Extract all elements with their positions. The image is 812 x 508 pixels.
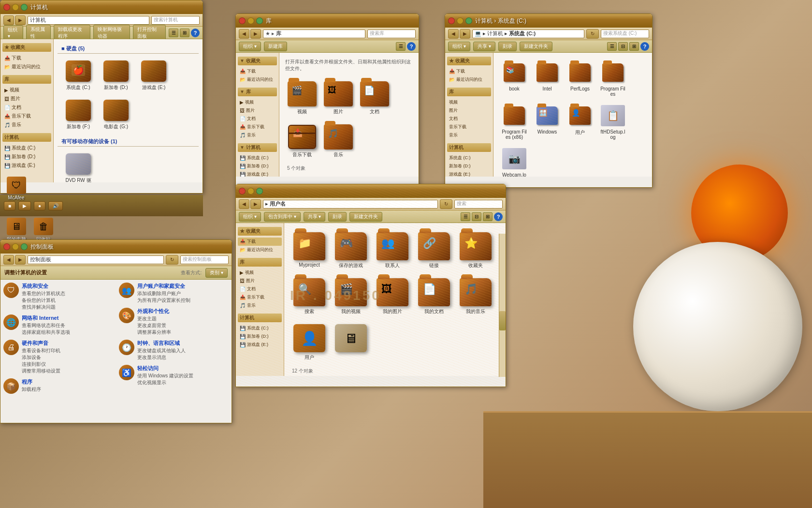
sysc-sidebar-pics[interactable]: 图片	[447, 106, 491, 115]
drive-h[interactable]: DVD RW 驱动器 (H:)	[61, 150, 95, 182]
folder-progfiles[interactable]: Program Files	[598, 59, 628, 99]
sysc-sidebar-docs[interactable]: 文档	[447, 115, 491, 123]
sidebar-item-downloads2[interactable]: 📥音乐下载	[2, 112, 51, 120]
library-address[interactable]: ★ ▸ 库	[263, 30, 365, 38]
view-toggle[interactable]: ☰	[169, 29, 178, 37]
library-search[interactable]: 搜索库	[367, 30, 416, 38]
control-forward[interactable]: ▶	[15, 255, 26, 265]
control-search[interactable]: 搜索控制面板	[180, 255, 229, 264]
taskbar-play[interactable]: ▶	[18, 201, 31, 210]
control-view-dropdown[interactable]: 类别 ▾	[205, 268, 228, 278]
close-button[interactable]	[3, 4, 10, 11]
lib-video-icon[interactable]: 🎬 视频	[286, 79, 318, 117]
help-button[interactable]: ?	[191, 29, 200, 37]
systemc-max[interactable]	[465, 17, 472, 24]
sidebar-item-game[interactable]: 💾游戏盘 (E:)	[2, 161, 51, 170]
drive-d[interactable]: 新加卷 (D:)	[99, 58, 133, 93]
systemc-forward[interactable]: ▶	[460, 29, 470, 39]
search-field[interactable]: 搜索计算机	[151, 16, 200, 25]
lib-sidebar-docs[interactable]: 📄文档	[238, 115, 277, 123]
maximize-button[interactable]	[21, 4, 28, 11]
lib-sidebar-music[interactable]: 🎵音乐	[238, 131, 277, 139]
library-max-btn[interactable]	[256, 17, 263, 24]
systemc-close[interactable]	[448, 17, 455, 24]
sysc-sidebar-c[interactable]: 系统盘 (C:)	[447, 154, 491, 162]
folder-users[interactable]: 👤 用户	[565, 102, 595, 142]
sysc-sidebar-musicdl[interactable]: 音乐下载	[447, 123, 491, 131]
library-min-btn[interactable]	[247, 17, 254, 24]
lib-sidebar-video[interactable]: ▶视频	[238, 98, 277, 106]
library-new-btn[interactable]: 新建库	[264, 42, 287, 51]
sysc-sidebar-music[interactable]: 音乐	[447, 131, 491, 139]
library-organize-btn[interactable]: 组织 ▾	[239, 42, 261, 51]
sysc-sidebar-recent[interactable]: 📂最近访问的位	[447, 75, 491, 84]
systemc-organize[interactable]: 组织 ▾	[448, 42, 470, 51]
drive-c[interactable]: 🍎 系统盘 (C:)	[61, 58, 95, 93]
library-forward[interactable]: ▶	[250, 29, 261, 39]
desktop-icon-mcafee[interactable]: 🛡 McAfee	[3, 177, 29, 200]
lib-sidebar-recent[interactable]: 📂最近访问的位	[238, 75, 277, 84]
systemc-share[interactable]: 共享 ▾	[473, 42, 495, 51]
taskbar-sound[interactable]: 🔊	[48, 201, 63, 210]
sidebar-item-sysc[interactable]: 💾系统盘 (C:)	[2, 144, 51, 152]
systemc-view3[interactable]: ⊞	[629, 42, 639, 51]
taskbar-record[interactable]: ●	[34, 201, 45, 210]
systemc-search[interactable]: 搜索系统盘 (C:)	[601, 30, 649, 38]
view-toggle2[interactable]: ⊞	[180, 29, 189, 37]
lib-sidebar-e[interactable]: 💾游戏盘 (E:)	[238, 170, 277, 177]
lib-sidebar-download[interactable]: 📥下载	[238, 67, 277, 75]
lib-sidebar-d[interactable]: 💾新加卷 (D:)	[238, 162, 277, 170]
folder-windows[interactable]: 🪟 Windows	[532, 102, 562, 142]
minimize-button[interactable]	[12, 4, 19, 11]
taskbar-square[interactable]: ■	[4, 201, 15, 210]
control-address[interactable]: 控制面板	[28, 255, 164, 264]
sidebar-item-newd[interactable]: 💾新加卷 (D:)	[2, 152, 51, 161]
systemc-view2[interactable]: ⊟	[618, 42, 628, 51]
systemc-min[interactable]	[457, 17, 464, 24]
lib-download-icon[interactable]: 📥 音乐下载	[286, 122, 318, 160]
systemc-refresh[interactable]: ↻	[586, 29, 599, 39]
uninstall-btn[interactable]: 卸载或更改程序	[54, 25, 90, 41]
library-back[interactable]: ◀	[239, 29, 249, 39]
folder-intel[interactable]: Intel	[532, 59, 562, 99]
library-help-btn[interactable]: ?	[407, 42, 416, 51]
lib-pic-icon[interactable]: 🖼 图片	[322, 79, 354, 117]
lib-doc-icon[interactable]: 📄 文档	[359, 79, 390, 117]
systemc-back[interactable]: ◀	[448, 29, 459, 39]
systemc-address[interactable]: 💻 ▸ 计算机 ▸ 系统盘 (C:)	[472, 30, 584, 38]
control-refresh[interactable]: ↻	[166, 255, 178, 265]
address-bar[interactable]: 计算机	[28, 16, 149, 25]
sidebar-item-download[interactable]: 📥下载	[2, 54, 51, 62]
system-properties-btn[interactable]: 系统属性	[26, 25, 51, 41]
icon-user-person[interactable]: 👤 用户	[291, 322, 328, 363]
back-button[interactable]: ◀	[3, 15, 14, 25]
organize-btn[interactable]: 组织 ▾	[3, 25, 23, 40]
control-panel-btn[interactable]: 打开控制面板	[133, 25, 166, 41]
lib-sidebar-pics[interactable]: 🖼图片	[238, 106, 277, 115]
sidebar-item-music[interactable]: 🎵音乐	[2, 120, 51, 129]
systemc-newfolder[interactable]: 新建文件夹	[520, 42, 552, 51]
sysc-sidebar-e[interactable]: 游戏盘 (E:)	[447, 170, 491, 177]
sidebar-item-docs[interactable]: 📄文档	[2, 103, 51, 112]
lib-sidebar-c[interactable]: 💾系统盘 (C:)	[238, 154, 277, 162]
folder-book[interactable]: 📚 book	[499, 59, 529, 99]
lib-sidebar-music-dl[interactable]: 📥音乐下载	[238, 123, 277, 131]
sidebar-item-pictures[interactable]: 🖼图片	[2, 94, 51, 103]
control-min[interactable]	[12, 243, 19, 250]
file-hdsetup[interactable]: 📋 ftHDSetup.log	[598, 102, 628, 142]
forward-button[interactable]: ▶	[15, 15, 26, 25]
control-max[interactable]	[21, 243, 28, 250]
systemc-view1[interactable]: ☰	[607, 42, 617, 51]
control-close[interactable]	[3, 243, 10, 250]
library-view-btn[interactable]: ☰	[396, 42, 406, 51]
sidebar-item-recent[interactable]: 📂最近访问的位	[2, 62, 51, 71]
drive-e[interactable]: 游戏盘 (E:)	[137, 58, 171, 93]
drive-f[interactable]: 新加卷 (F:)	[61, 97, 95, 132]
file-webcam[interactable]: 📷 Webcam.log	[499, 145, 529, 177]
mycomp-scrollbar[interactable]	[499, 234, 506, 377]
sidebar-item-video[interactable]: ▶视频	[2, 86, 51, 94]
mycomp-scroll-thumb[interactable]	[499, 311, 506, 330]
lib-music-icon[interactable]: 🎵 音乐	[322, 122, 354, 160]
systemc-help[interactable]: ?	[640, 42, 649, 51]
sysc-sidebar-d[interactable]: 新加卷 (D:)	[447, 162, 491, 170]
